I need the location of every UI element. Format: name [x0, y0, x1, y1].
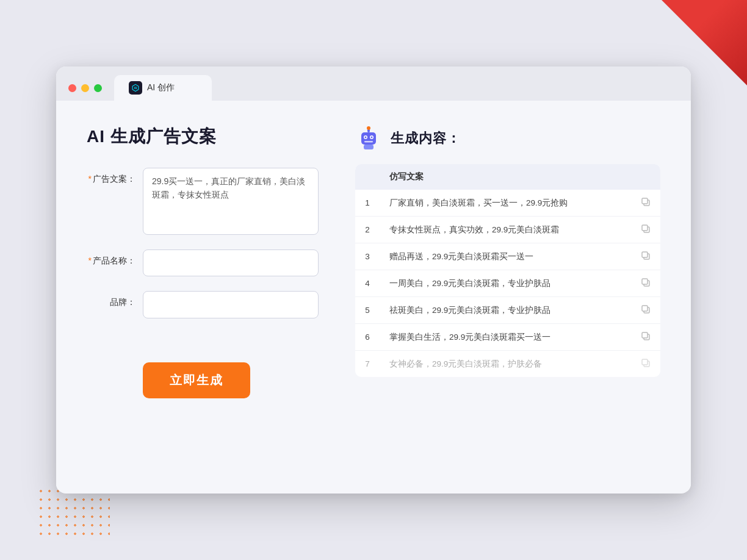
result-text: 赠品再送，29.9元美白淡斑霜买一送一 [380, 243, 631, 270]
svg-point-4 [367, 126, 370, 130]
svg-rect-12 [642, 198, 648, 204]
svg-rect-24 [642, 359, 648, 365]
maximize-button[interactable] [94, 84, 102, 92]
ad-copy-required: * [88, 174, 92, 184]
svg-rect-2 [361, 132, 376, 145]
svg-rect-14 [642, 225, 648, 231]
product-name-input[interactable]: 美白淡斑霜 [143, 249, 319, 276]
result-text: 掌握美白生活，29.9元美白淡斑霜买一送一 [380, 324, 631, 351]
svg-rect-10 [364, 145, 374, 149]
table-row: 7女神必备，29.9元美白淡斑霜，护肤必备 [355, 351, 660, 378]
copy-button[interactable] [631, 190, 660, 217]
svg-point-7 [365, 137, 367, 138]
row-number: 1 [355, 190, 380, 217]
table-row: 4一周美白，29.9元美白淡斑霜，专业护肤品 [355, 270, 660, 297]
product-name-required: * [88, 256, 92, 265]
table-header-action [631, 164, 660, 190]
left-panel: AI 生成广告文案 *广告文案： 29.9买一送一，真正的厂家直销，美白淡斑霜，… [87, 125, 319, 467]
right-panel-header: 生成内容： [355, 125, 660, 152]
tab-title-text: AI 创作 [147, 82, 175, 93]
svg-text:AI: AI [134, 87, 138, 90]
result-text: 厂家直销，美白淡斑霜，买一送一，29.9元抢购 [380, 190, 631, 217]
bg-decoration-dots [37, 487, 110, 536]
browser-titlebar: AI AI 创作 [56, 66, 691, 101]
copy-button[interactable] [631, 297, 660, 324]
table-header-copy: 仿写文案 [380, 164, 631, 190]
ai-tab-icon: AI [129, 81, 142, 95]
browser-window: AI AI 创作 AI 生成广告文案 *广告文案： 29.9买一送一，真正的厂家… [56, 66, 691, 494]
row-number: 7 [355, 351, 380, 378]
svg-rect-22 [642, 332, 648, 338]
table-row: 5祛斑美白，29.9元美白淡斑霜，专业护肤品 [355, 297, 660, 324]
browser-tab[interactable]: AI AI 创作 [114, 75, 212, 101]
ad-copy-input[interactable]: 29.9买一送一，真正的厂家直销，美白淡斑霜，专抹女性斑点 [143, 168, 319, 235]
copy-button[interactable] [631, 270, 660, 297]
ad-copy-label: *广告文案： [87, 168, 135, 185]
row-number: 3 [355, 243, 380, 270]
row-number: 6 [355, 324, 380, 351]
brand-label: 品牌： [87, 291, 135, 308]
row-number: 2 [355, 217, 380, 243]
right-panel: 生成内容： 仿写文案 1厂家直销，美白淡斑霜，买一送一，29.9元抢购2专抹女性… [355, 125, 660, 467]
table-header-row: 仿写文案 [355, 164, 660, 190]
svg-rect-20 [642, 306, 648, 311]
minimize-button[interactable] [81, 84, 89, 92]
result-text: 一周美白，29.9元美白淡斑霜，专业护肤品 [380, 270, 631, 297]
submit-button[interactable]: 立即生成 [143, 362, 250, 398]
page-title: AI 生成广告文案 [87, 125, 319, 148]
table-row: 2专抹女性斑点，真实功效，29.9元美白淡斑霜 [355, 217, 660, 243]
brand-group: 品牌： 好白 [87, 291, 319, 318]
svg-rect-9 [364, 141, 373, 143]
right-panel-title: 生成内容： [391, 129, 461, 148]
copy-button[interactable] [631, 243, 660, 270]
svg-rect-18 [642, 279, 648, 284]
table-row: 6掌握美白生活，29.9元美白淡斑霜买一送一 [355, 324, 660, 351]
product-name-group: *产品名称： 美白淡斑霜 [87, 249, 319, 276]
results-table: 仿写文案 1厂家直销，美白淡斑霜，买一送一，29.9元抢购2专抹女性斑点，真实功… [355, 164, 660, 377]
result-text: 祛斑美白，29.9元美白淡斑霜，专业护肤品 [380, 297, 631, 324]
table-row: 1厂家直销，美白淡斑霜，买一送一，29.9元抢购 [355, 190, 660, 217]
brand-input[interactable]: 好白 [143, 291, 319, 318]
copy-button[interactable] [631, 351, 660, 378]
main-content: AI 生成广告文案 *广告文案： 29.9买一送一，真正的厂家直销，美白淡斑霜，… [56, 101, 691, 491]
table-header-num [355, 164, 380, 190]
row-number: 5 [355, 297, 380, 324]
copy-button[interactable] [631, 217, 660, 243]
ad-copy-group: *广告文案： 29.9买一送一，真正的厂家直销，美白淡斑霜，专抹女性斑点 [87, 168, 319, 235]
close-button[interactable] [68, 84, 76, 92]
product-name-label: *产品名称： [87, 249, 135, 267]
copy-button[interactable] [631, 324, 660, 351]
window-controls [68, 84, 102, 92]
robot-icon [355, 125, 382, 152]
svg-rect-16 [642, 252, 648, 257]
table-row: 3赠品再送，29.9元美白淡斑霜买一送一 [355, 243, 660, 270]
svg-point-8 [371, 137, 373, 138]
row-number: 4 [355, 270, 380, 297]
result-text: 女神必备，29.9元美白淡斑霜，护肤必备 [380, 351, 631, 378]
result-text: 专抹女性斑点，真实功效，29.9元美白淡斑霜 [380, 217, 631, 243]
